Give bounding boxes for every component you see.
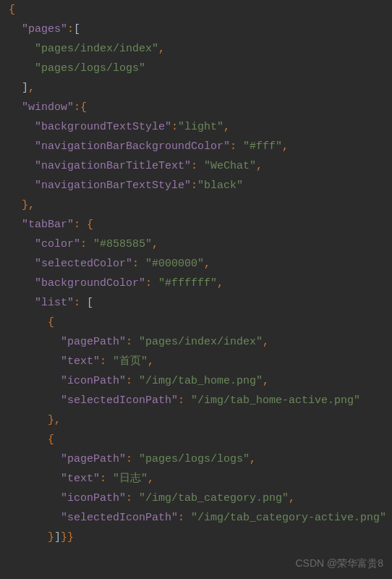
code-line: { [9,0,383,20]
code-line: "list": [ [9,293,383,313]
code-line: "navigationBarBackgroundColor": "#fff", [9,137,383,156]
code-line: "backgroundTextStyle":"light", [9,117,383,137]
code-line: "selectedColor": "#000000", [9,254,383,274]
code-line: "backgroundColor": "#ffffff", [9,274,383,293]
code-line: ], [9,78,383,98]
code-line: "text": "首页", [9,352,383,371]
code-line: "pages/index/index", [9,39,383,59]
code-line: }]}} [9,528,383,547]
code-line: "iconPath": "/img/tab_category.png", [9,489,383,508]
code-line: "color": "#858585", [9,234,383,254]
code-line: }, [9,410,383,430]
code-line: "selectedIconPath": "/img/tab_category-a… [9,508,383,528]
code-line: "iconPath": "/img/tab_home.png", [9,371,383,391]
code-line: "navigationBarTextStyle":"black" [9,176,383,195]
watermark-text: CSDN @荣华富贵8 [295,554,383,573]
code-line: "window":{ [9,98,383,117]
code-line: "navigationBarTitleText": "WeChat", [9,156,383,176]
code-line: { [9,430,383,449]
code-line: }, [9,195,383,215]
code-line: "pages":[ [9,20,383,39]
code-line: "pages/logs/logs" [9,59,383,78]
code-line: { [9,313,383,332]
code-line: "pagePath": "pages/logs/logs", [9,449,383,469]
code-editor[interactable]: { "pages":[ "pages/index/index", "pages/… [9,0,383,547]
code-line: "tabBar": { [9,215,383,234]
code-line: "text": "日志", [9,469,383,489]
code-line: "pagePath": "pages/index/index", [9,332,383,352]
code-line: "selectedIconPath": "/img/tab_home-activ… [9,391,383,410]
